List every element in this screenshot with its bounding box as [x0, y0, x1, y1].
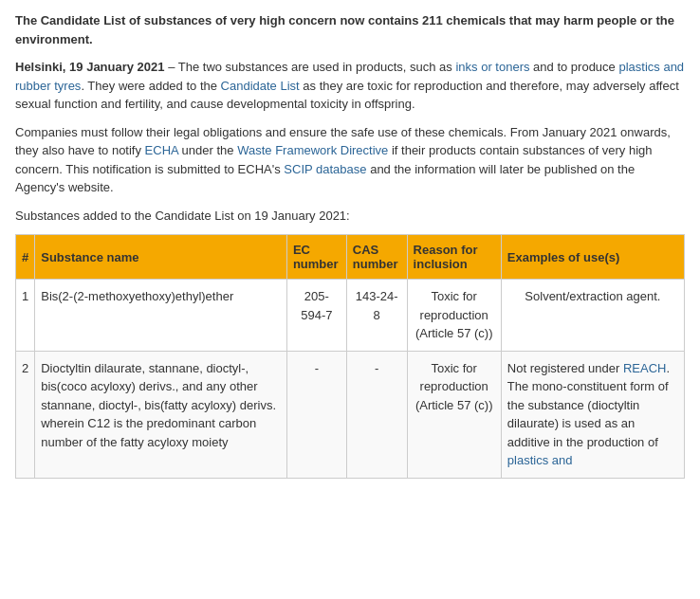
notification-text: tion is submitted to ECHA's SCIP databas… — [132, 162, 367, 176]
paragraph-2: Companies must follow their legal obliga… — [15, 123, 685, 197]
link-candidate-list: Candidate List — [221, 79, 300, 93]
table-header-row: # Substance name EC number CAS number Re… — [16, 235, 685, 280]
row1-ec-number: 205-594-7 — [286, 280, 346, 352]
col-header-reason: Reason for inclusion — [407, 235, 501, 280]
col-header-examples: Examples of use(s) — [501, 235, 684, 280]
row2-examples-text: Not registered under REACH. The mono-con… — [507, 361, 670, 468]
header-bold: The Candidate List of substances of very… — [15, 11, 685, 48]
subtitle-text: Substances added to the Candidate List o… — [15, 207, 685, 226]
row2-num: 2 — [16, 351, 35, 478]
col-header-ec-number: EC number — [286, 235, 346, 280]
link-reach: REACH — [623, 361, 667, 375]
date-bold: Helsinki, 19 January 2021 — [15, 60, 165, 74]
col-header-substance-name: Substance name — [35, 235, 287, 280]
row2-examples: Not registered under REACH. The mono-con… — [501, 351, 684, 478]
row1-examples: Solvent/extraction agent. — [501, 280, 684, 352]
link-plastics-2: plastics and — [507, 453, 573, 467]
col-header-cas-number: CAS number — [346, 235, 407, 280]
row2-cas-number: - — [346, 351, 407, 478]
row1-cas-number: 143-24-8 — [346, 280, 407, 352]
row1-num: 1 — [16, 280, 35, 352]
row2-ec-number: - — [286, 351, 346, 478]
link-echa: ECHA — [145, 143, 178, 157]
link-waste-directive: Waste Framework Directive — [237, 143, 388, 157]
row2-reason: Toxic for reproduction (Article 57 (c)) — [407, 351, 501, 478]
link-inks: inks or toners — [455, 60, 529, 74]
col-header-hash: # — [16, 235, 35, 280]
table-row: 2 Dioctyltin dilaurate, stannane, diocty… — [16, 351, 685, 478]
paragraph-1: Helsinki, 19 January 2021 – The two subs… — [15, 58, 685, 114]
table-row: 1 Bis(2-(2-methoxyethoxy)ethyl)ether 205… — [16, 280, 685, 352]
row2-substance-name: Dioctyltin dilaurate, stannane, dioctyl-… — [35, 351, 287, 478]
row1-reason: Toxic for reproduction (Article 57 (c)) — [407, 280, 501, 352]
row1-substance-name: Bis(2-(2-methoxyethoxy)ethyl)ether — [35, 280, 287, 352]
link-scip: SCIP database — [284, 162, 366, 176]
candidate-list-table: # Substance name EC number CAS number Re… — [15, 234, 685, 479]
